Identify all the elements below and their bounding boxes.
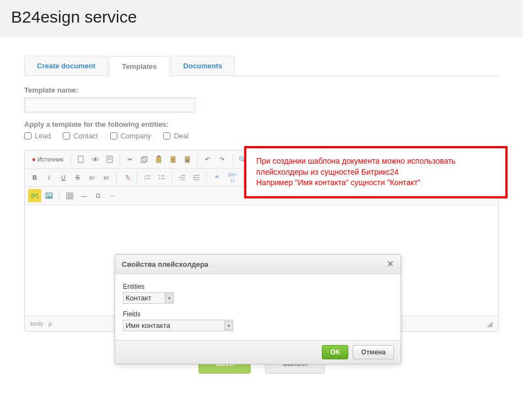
- svg-rect-45: [67, 193, 73, 199]
- svg-point-44: [47, 195, 48, 196]
- templates-icon[interactable]: [103, 153, 116, 166]
- placeholder-icon[interactable]: [P]: [28, 189, 41, 202]
- source-icon: ◆: [32, 157, 36, 162]
- entities-label: Entities: [123, 283, 393, 290]
- checkbox-deal-input[interactable]: [163, 132, 170, 139]
- ok-button[interactable]: OK: [322, 345, 348, 359]
- bold-icon[interactable]: B: [28, 171, 41, 184]
- separator: [197, 154, 198, 165]
- subscript-icon[interactable]: x2: [85, 171, 99, 184]
- page-break-icon[interactable]: 〰: [106, 189, 119, 202]
- separator: [232, 154, 233, 165]
- template-name-input[interactable]: [24, 98, 195, 112]
- resize-handle-icon[interactable]: ◢: [487, 319, 493, 328]
- chevron-down-icon: ▾: [165, 293, 174, 303]
- svg-rect-0: [78, 156, 83, 163]
- paste-icon[interactable]: [152, 153, 165, 166]
- svg-rect-7: [157, 157, 161, 163]
- cut-icon[interactable]: ✂: [123, 153, 137, 166]
- superscript-icon[interactable]: x2: [100, 171, 113, 184]
- paste-text-icon[interactable]: T: [166, 153, 180, 166]
- underline-icon[interactable]: U: [57, 171, 70, 184]
- chevron-down-icon: ▾: [224, 321, 233, 330]
- separator: [120, 154, 120, 165]
- numbered-list-icon[interactable]: 12: [141, 171, 154, 184]
- fields-label: Fields: [123, 310, 393, 318]
- image-icon[interactable]: [42, 189, 56, 202]
- callout-line1: При создании шаблона документа можно исп…: [256, 156, 495, 177]
- svg-rect-6: [143, 157, 147, 161]
- separator: [71, 154, 71, 165]
- tab-templates[interactable]: Templates: [109, 56, 169, 76]
- checkbox-contact[interactable]: Contact: [63, 132, 98, 140]
- svg-point-23: [159, 178, 160, 179]
- page-title: B24esign service: [11, 8, 512, 26]
- tab-create-document[interactable]: Create document: [24, 56, 108, 76]
- svg-rect-8: [158, 155, 160, 157]
- checkbox-lead-input[interactable]: [24, 132, 31, 139]
- checkbox-company[interactable]: Company: [110, 132, 152, 140]
- dialog-titlebar[interactable]: Свойства плейсхолдера ✕: [115, 255, 401, 274]
- checkbox-contact-input[interactable]: [63, 132, 70, 139]
- redo-icon[interactable]: ↷: [215, 153, 229, 166]
- undo-icon[interactable]: ↶: [201, 153, 214, 166]
- outdent-icon[interactable]: [175, 171, 188, 184]
- template-name-label: Template name:: [24, 86, 499, 94]
- preview-icon[interactable]: [89, 153, 102, 166]
- status-path-p[interactable]: p: [48, 320, 52, 327]
- callout-line2: Например "Имя контакта" сущности "Контак…: [256, 177, 495, 189]
- cancel-button[interactable]: Отмена: [353, 345, 394, 359]
- separator: [206, 172, 207, 183]
- svg-text:T: T: [172, 159, 175, 163]
- source-button[interactable]: ◆Источник: [28, 153, 67, 166]
- strike-icon[interactable]: S: [71, 171, 84, 184]
- bullet-list-icon[interactable]: [155, 171, 168, 184]
- separator: [137, 172, 137, 183]
- dialog-footer: OK Отмена: [115, 340, 401, 364]
- special-char-icon[interactable]: Ω: [91, 189, 105, 202]
- checkbox-lead[interactable]: Lead: [24, 132, 51, 140]
- page-header: B24esign service: [0, 0, 523, 38]
- tab-documents[interactable]: Documents: [171, 56, 235, 76]
- dialog-body: Entities Контакт ▾ Fields Имя контакта ▾: [115, 274, 401, 340]
- entities-checkbox-row: Lead Contact Company Deal: [24, 132, 499, 140]
- placeholder-properties-dialog: Свойства плейсхолдера ✕ Entities Контакт…: [115, 254, 401, 364]
- blockquote-icon[interactable]: ❝: [210, 171, 223, 184]
- horizontal-line-icon[interactable]: —: [77, 189, 90, 202]
- content-area: Create document Templates Documents Temp…: [0, 38, 523, 396]
- copy-icon[interactable]: [138, 153, 151, 166]
- svg-rect-5: [141, 158, 145, 163]
- separator: [59, 190, 60, 201]
- fields-select[interactable]: Имя контакта ▾: [123, 320, 233, 331]
- dialog-title-text: Свойства плейсхолдера: [122, 260, 208, 268]
- apply-entities-label: Apply a template for the following entit…: [24, 120, 499, 128]
- svg-text:2: 2: [144, 177, 146, 180]
- checkbox-deal[interactable]: Deal: [163, 132, 188, 140]
- table-icon[interactable]: [63, 189, 76, 202]
- checkbox-company-input[interactable]: [110, 132, 117, 139]
- tabs-bar: Create document Templates Documents: [24, 56, 499, 76]
- svg-point-21: [159, 175, 160, 176]
- close-icon[interactable]: ✕: [387, 259, 394, 269]
- remove-format-icon[interactable]: T: [120, 171, 133, 184]
- separator: [171, 172, 172, 183]
- svg-text:W: W: [186, 159, 190, 163]
- indent-icon[interactable]: [190, 171, 203, 184]
- help-callout: При создании шаблона документа можно исп…: [244, 146, 508, 198]
- separator: [116, 172, 117, 183]
- svg-text:T: T: [125, 175, 128, 181]
- div-container-icon[interactable]: DIV⟨⟩: [224, 171, 240, 184]
- paste-word-icon[interactable]: W: [181, 153, 194, 166]
- entities-select[interactable]: Контакт ▾: [123, 292, 174, 304]
- italic-icon[interactable]: I: [42, 171, 56, 184]
- new-page-icon[interactable]: [74, 153, 88, 166]
- svg-point-1: [94, 158, 96, 160]
- status-path-body[interactable]: body: [30, 320, 44, 327]
